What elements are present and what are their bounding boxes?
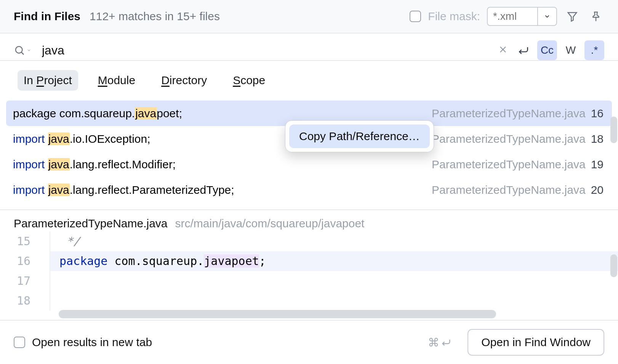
result-line: 20	[591, 180, 604, 200]
clear-search-icon[interactable]	[498, 44, 508, 57]
code-line[interactable]	[50, 271, 618, 291]
context-menu: Copy Path/Reference…	[285, 120, 434, 152]
dialog-header: Find in Files 112+ matches in 15+ files …	[0, 0, 618, 34]
vertical-scrollbar[interactable]	[610, 254, 617, 277]
result-line: 19	[591, 155, 604, 174]
result-file: ParameterizedTypeName.java	[432, 129, 586, 148]
result-file: ParameterizedTypeName.java	[432, 180, 586, 200]
result-row[interactable]: import java.lang.reflect.Modifier; Param…	[6, 152, 612, 177]
match-count-label: 112+ matches in 15+ files	[90, 10, 410, 23]
tab-directory[interactable]: Directory	[155, 70, 213, 91]
search-input[interactable]	[42, 41, 498, 60]
shortcut-hint: ⌘	[428, 336, 451, 349]
open-in-find-window-button[interactable]: Open in Find Window	[468, 329, 604, 356]
pin-icon[interactable]	[588, 8, 604, 25]
result-line: 18	[591, 129, 604, 148]
match-case-toggle[interactable]: Cc	[537, 40, 557, 60]
filter-icon[interactable]	[564, 8, 581, 25]
tab-scope[interactable]: Scope	[227, 70, 271, 91]
file-mask-dropdown-button[interactable]	[537, 8, 556, 25]
vertical-scrollbar[interactable]	[610, 117, 617, 143]
dialog-title: Find in Files	[14, 10, 80, 23]
horizontal-scrollbar[interactable]	[59, 310, 496, 318]
preserve-newlines-icon[interactable]	[514, 40, 533, 60]
results-list[interactable]: package com.squareup.javapoet; Parameter…	[0, 101, 618, 209]
result-line: 16	[591, 104, 604, 123]
code-line[interactable]	[50, 291, 618, 311]
result-file: ParameterizedTypeName.java	[432, 155, 586, 174]
file-mask-input[interactable]	[488, 10, 537, 22]
code-line[interactable]: */	[50, 231, 618, 251]
dialog-footer: Open results in new tab ⌘ Open in Find W…	[0, 320, 618, 364]
regex-toggle[interactable]: .*	[584, 40, 604, 60]
tab-module[interactable]: Module	[92, 70, 141, 91]
code-line[interactable]: package com.squareup.javapoet;	[50, 251, 618, 271]
file-mask-checkbox[interactable]	[410, 11, 421, 22]
line-gutter: 15 16 17 18	[0, 231, 50, 311]
preview-filename: ParameterizedTypeName.java	[14, 217, 168, 230]
search-icon[interactable]	[14, 45, 31, 56]
file-mask-label: File mask:	[428, 10, 480, 23]
preview-pane: ParameterizedTypeName.java src/main/java…	[0, 209, 618, 320]
svg-marker-0	[568, 13, 577, 21]
result-row[interactable]: import java.lang.reflect.ParameterizedTy…	[6, 177, 612, 203]
preview-path: src/main/java/com/squareup/javapoet	[175, 217, 365, 230]
file-mask-combo[interactable]	[487, 7, 557, 26]
whole-words-toggle[interactable]: W	[561, 40, 581, 60]
open-new-tab-label: Open results in new tab	[32, 336, 152, 349]
result-row[interactable]	[6, 203, 612, 209]
svg-line-3	[21, 52, 24, 54]
code-preview[interactable]: 15 16 17 18 */ package com.squareup.java…	[0, 231, 618, 311]
open-new-tab-checkbox[interactable]	[14, 337, 25, 348]
result-file: ParameterizedTypeName.java	[432, 104, 586, 123]
copy-path-reference-item[interactable]: Copy Path/Reference…	[289, 125, 430, 148]
scope-tabs: In Project Module Directory Scope	[0, 61, 618, 101]
search-row: Cc W .*	[0, 34, 618, 61]
tab-in-project[interactable]: In Project	[18, 70, 78, 91]
svg-point-2	[16, 46, 22, 53]
